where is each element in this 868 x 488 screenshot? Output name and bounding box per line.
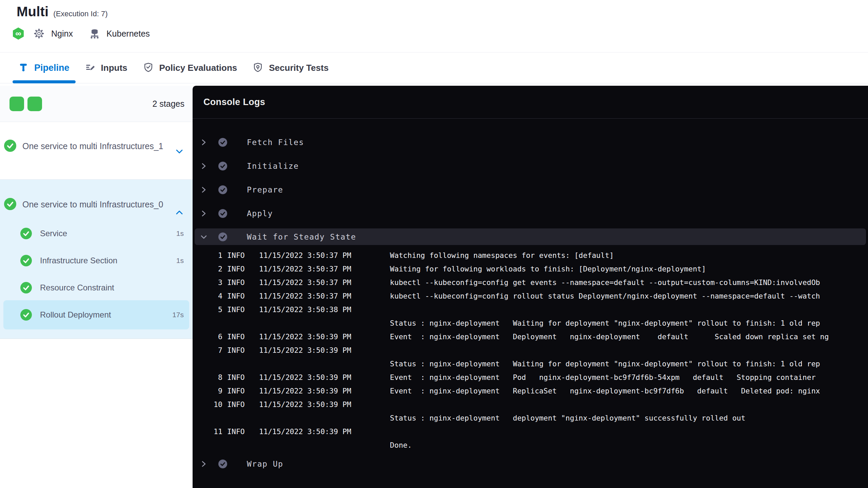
log-line: 7INFO11/15/2022 3:50:39 PM <box>193 344 868 357</box>
console-section-fetch-files[interactable]: Fetch Files <box>193 130 868 154</box>
success-check-icon <box>4 198 16 210</box>
log-line: 3INFO11/15/2022 3:50:37 PMkubectl --kube… <box>193 276 868 289</box>
log-line: 10INFO11/15/2022 3:50:39 PM <box>193 398 868 411</box>
console-success-check-icon <box>218 232 228 242</box>
console-section-wait-for-steady-state[interactable]: Wait for Steady State <box>195 228 866 245</box>
step-item-infrastructure-section[interactable]: Infrastructure Section 1s <box>0 247 193 274</box>
step-item-resource-constraint[interactable]: Resource Constraint <box>0 274 193 301</box>
log-line-number <box>193 439 222 452</box>
stage-item-infrastructures-1[interactable]: One service to multi Infrastructures_1 <box>0 122 193 180</box>
log-message: Done. <box>390 439 412 452</box>
log-line-number <box>193 411 222 425</box>
log-line: 4INFO11/15/2022 3:50:37 PMkubectl --kube… <box>193 289 868 303</box>
log-line-number: 1 <box>193 249 222 262</box>
log-level: INFO <box>227 249 254 262</box>
page-title: Multi <box>17 4 48 19</box>
log-output: 1INFO11/15/2022 3:50:37 PMWatching follo… <box>193 245 868 452</box>
kubernetes-icon <box>90 29 99 39</box>
log-line: Status : nginx-deployment Waiting for de… <box>193 357 868 371</box>
header: Multi (Execution Id: 7) ∞ <box>0 0 868 52</box>
tab-security-tests[interactable]: Security Tests <box>253 53 329 83</box>
chevron-right-icon[interactable] <box>200 186 208 194</box>
log-line-number <box>193 317 222 330</box>
log-timestamp: 11/15/2022 3:50:37 PM <box>259 249 385 262</box>
log-line: 5INFO11/15/2022 3:50:38 PM <box>193 303 868 317</box>
log-timestamp: 11/15/2022 3:50:39 PM <box>259 330 385 344</box>
log-message: Status : nginx-deployment deployment "ng… <box>390 411 745 425</box>
console-section-label: Initialize <box>247 162 299 170</box>
log-line-number: 5 <box>193 303 222 317</box>
tab-pipeline[interactable]: Pipeline <box>19 53 70 83</box>
console-body: Fetch Files Initialize Prepare <box>193 119 868 476</box>
log-line: 11INFO11/15/2022 3:50:39 PM <box>193 425 868 439</box>
log-level: INFO <box>227 384 254 398</box>
console-section-apply[interactable]: Apply <box>193 202 868 225</box>
chevron-right-icon[interactable] <box>200 162 208 170</box>
log-line-number: 4 <box>193 289 222 303</box>
console-title: Console Logs <box>203 97 265 107</box>
chevron-right-icon[interactable] <box>200 210 208 217</box>
tab-label: Inputs <box>101 63 127 73</box>
log-level <box>227 439 254 452</box>
chevron-down-icon[interactable] <box>175 147 184 156</box>
console-section-label: Wait for Steady State <box>247 232 356 241</box>
log-line-number <box>193 357 222 371</box>
log-line-number: 2 <box>193 262 222 276</box>
log-timestamp: 11/15/2022 3:50:39 PM <box>259 425 385 439</box>
chevron-up-icon[interactable] <box>175 208 184 217</box>
stage-status-square <box>27 97 42 111</box>
console-section-prepare[interactable]: Prepare <box>193 178 868 202</box>
log-message: kubectl --kubeconfig=config rollout stat… <box>390 289 820 303</box>
console-success-check-icon <box>218 208 228 219</box>
log-message: Watching following namespaces for events… <box>390 249 614 262</box>
step-name: Rollout Deployment <box>40 310 111 320</box>
log-level: INFO <box>227 330 254 344</box>
header-meta-row: ∞ Nginx <box>13 27 868 40</box>
console-success-check-icon <box>218 161 228 171</box>
success-check-icon <box>4 140 16 152</box>
tab-label: Policy Evaluations <box>159 63 237 73</box>
console-section-label: Wrap Up <box>247 460 283 468</box>
log-level: INFO <box>227 425 254 439</box>
title-row: Multi (Execution Id: 7) <box>0 0 868 19</box>
console-section-initialize[interactable]: Initialize <box>193 154 868 178</box>
log-line-number: 10 <box>193 398 222 411</box>
log-message: Event : nginx-deployment Deployment ngin… <box>390 330 829 344</box>
success-check-icon <box>20 282 32 293</box>
stage-item-infrastructures-0[interactable]: One service to multi Infrastructures_0 <box>0 180 193 220</box>
tab-policy-evaluations[interactable]: Policy Evaluations <box>143 53 237 83</box>
log-timestamp: 11/15/2022 3:50:37 PM <box>259 262 385 276</box>
step-item-rollout-deployment[interactable]: Rollout Deployment 17s <box>0 301 193 328</box>
stage-status-square <box>9 97 24 111</box>
log-line-number: 9 <box>193 384 222 398</box>
log-level <box>227 357 254 371</box>
log-line-number: 7 <box>193 344 222 357</box>
harness-cd-icon: ∞ <box>13 27 24 40</box>
gear-icon <box>34 28 44 39</box>
execution-sidebar: 2 stages One service to multi Infrastruc… <box>0 83 193 488</box>
stage-name: One service to multi Infrastructures_0 <box>22 200 163 209</box>
step-name: Infrastructure Section <box>40 256 117 265</box>
step-item-service[interactable]: Service 1s <box>0 220 193 247</box>
log-line-number: 6 <box>193 330 222 344</box>
log-level: INFO <box>227 371 254 384</box>
log-level: INFO <box>227 398 254 411</box>
tab-bar: Pipeline Inputs Policy Evaluati <box>0 52 868 83</box>
log-line-number: 3 <box>193 276 222 289</box>
log-message: kubectl --kubeconfig=config get events -… <box>390 276 820 289</box>
console-section-wrap-up[interactable]: Wrap Up <box>193 452 868 476</box>
console-logs-panel: Console Logs Fetch Files Initialize <box>193 86 868 488</box>
chevron-down-icon[interactable] <box>200 233 208 241</box>
tab-label: Security Tests <box>269 63 329 73</box>
chevron-right-icon[interactable] <box>200 460 208 468</box>
success-check-icon <box>20 228 32 239</box>
chevron-right-icon[interactable] <box>200 139 208 146</box>
shield-security-icon <box>253 62 263 74</box>
console-section-label: Fetch Files <box>247 138 304 147</box>
tab-inputs[interactable]: Inputs <box>85 53 127 83</box>
log-timestamp: 11/15/2022 3:50:39 PM <box>259 384 385 398</box>
log-timestamp <box>259 411 385 425</box>
pipeline-icon <box>19 62 28 73</box>
console-success-check-icon <box>218 185 228 195</box>
step-duration: 1s <box>176 257 184 265</box>
